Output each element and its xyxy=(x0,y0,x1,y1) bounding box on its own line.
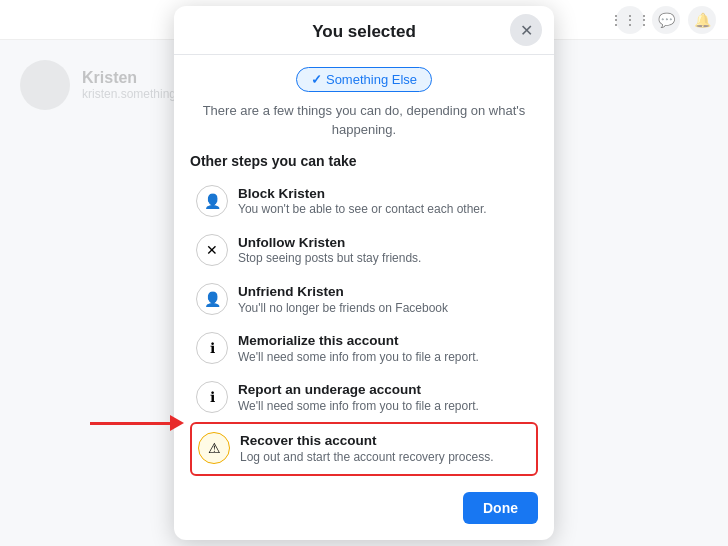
action-desc: You'll no longer be friends on Facebook xyxy=(238,301,448,317)
action-icon: ℹ xyxy=(196,332,228,364)
modal-subtitle: There are a few things you can do, depen… xyxy=(190,102,538,138)
action-item[interactable]: ℹReport an underage accountWe'll need so… xyxy=(190,373,538,422)
done-button[interactable]: Done xyxy=(463,492,538,524)
arrow-line xyxy=(90,422,170,425)
action-label: Recover this account xyxy=(240,432,493,450)
modal-header: You selected ✕ xyxy=(174,6,554,55)
action-icon: ⚠ xyxy=(198,432,230,464)
action-label: Unfriend Kristen xyxy=(238,283,448,301)
section-title: Other steps you can take xyxy=(190,153,538,169)
action-label: Block Kristen xyxy=(238,185,487,203)
action-item[interactable]: ✕Unfollow KristenStop seeing posts but s… xyxy=(190,226,538,275)
action-icon: ✕ xyxy=(196,234,228,266)
check-icon: ✓ xyxy=(311,72,322,87)
action-content: Report an underage accountWe'll need som… xyxy=(238,381,479,414)
action-label: Report an underage account xyxy=(238,381,479,399)
modal-title: You selected xyxy=(312,22,416,42)
action-content: Recover this accountLog out and start th… xyxy=(240,432,493,465)
action-content: Unfriend KristenYou'll no longer be frie… xyxy=(238,283,448,316)
action-desc: You won't be able to see or contact each… xyxy=(238,202,487,218)
red-arrow xyxy=(90,415,184,431)
action-desc: We'll need some info from you to file a … xyxy=(238,350,479,366)
action-content: Memorialize this accountWe'll need some … xyxy=(238,332,479,365)
modal-footer: Done xyxy=(174,484,554,524)
modal-dialog: You selected ✕ ✓ Something Else There ar… xyxy=(174,6,554,539)
action-item[interactable]: ⚠Recover this accountLog out and start t… xyxy=(190,422,538,475)
modal-backdrop: You selected ✕ ✓ Something Else There ar… xyxy=(0,0,728,546)
action-content: Unfollow KristenStop seeing posts but st… xyxy=(238,234,421,267)
action-item[interactable]: 👤Block KristenYou won't be able to see o… xyxy=(190,177,538,226)
action-icon: 👤 xyxy=(196,283,228,315)
arrow-head xyxy=(170,415,184,431)
action-icon: ℹ xyxy=(196,381,228,413)
badge-label: Something Else xyxy=(326,72,417,87)
action-desc: We'll need some info from you to file a … xyxy=(238,399,479,415)
action-icon: 👤 xyxy=(196,185,228,217)
action-item[interactable]: 👤Unfriend KristenYou'll no longer be fri… xyxy=(190,275,538,324)
selected-badge: ✓ Something Else xyxy=(296,67,432,92)
action-item[interactable]: ℹMemorialize this accountWe'll need some… xyxy=(190,324,538,373)
modal-body: ✓ Something Else There are a few things … xyxy=(174,55,554,483)
action-list: 👤Block KristenYou won't be able to see o… xyxy=(190,177,538,476)
close-button[interactable]: ✕ xyxy=(510,14,542,46)
action-label: Unfollow Kristen xyxy=(238,234,421,252)
selected-badge-container: ✓ Something Else xyxy=(190,67,538,92)
action-desc: Log out and start the account recovery p… xyxy=(240,450,493,466)
action-content: Block KristenYou won't be able to see or… xyxy=(238,185,487,218)
action-label: Memorialize this account xyxy=(238,332,479,350)
action-desc: Stop seeing posts but stay friends. xyxy=(238,251,421,267)
